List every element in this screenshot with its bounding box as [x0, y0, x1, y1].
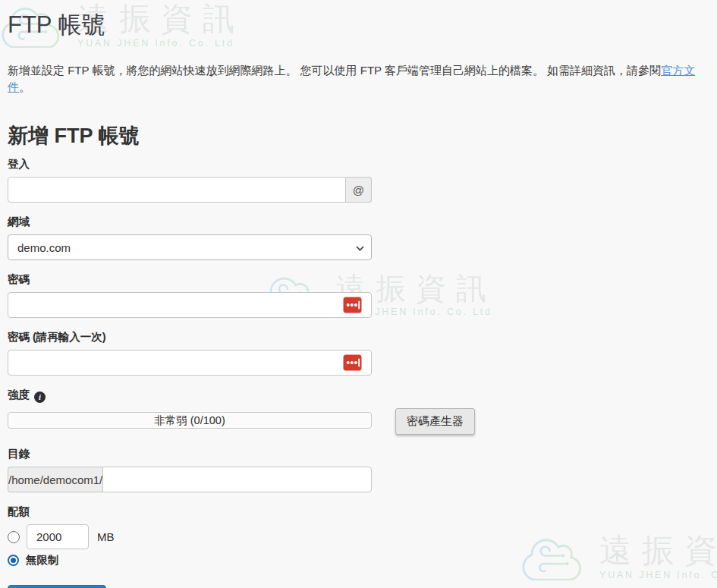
login-group: 登入 @ [8, 157, 372, 203]
strength-meter: 非常弱 (0/100) [8, 412, 372, 429]
domain-selected-value: demo.com [17, 241, 71, 254]
quota-limited-row: MB [8, 524, 372, 549]
login-label: 登入 [8, 157, 372, 171]
strength-group: 強度i 非常弱 (0/100) 密碼產生器 [8, 388, 478, 435]
strength-label: 強度i [8, 388, 478, 403]
create-ftp-account-button[interactable]: 建立 FTP 帳號 [8, 585, 106, 588]
password-confirm-label: 密碼 (請再輸入一次) [8, 330, 372, 344]
domain-label: 網域 [8, 215, 372, 229]
info-icon[interactable]: i [34, 391, 46, 403]
password-label: 密碼 [8, 272, 372, 287]
quota-unlimited-label: 無限制 [26, 553, 59, 568]
password-manager-icon[interactable] [343, 354, 362, 371]
description-text-end: 。 [19, 80, 30, 93]
main-content: FTP 帳號 新增並設定 FTP 帳號，將您的網站快速放到網際網路上。 您可以使… [0, 0, 717, 588]
at-sign-addon: @ [346, 177, 372, 203]
directory-prefix-addon: /home/democom1/ [8, 467, 102, 492]
chevron-down-icon [356, 246, 364, 251]
domain-select[interactable]: demo.com [8, 234, 372, 260]
submit-group: 建立 FTP 帳號 [8, 585, 709, 588]
quota-unlimited-radio[interactable] [8, 555, 19, 566]
quota-value-input[interactable] [27, 524, 89, 549]
domain-group: 網域 demo.com [8, 215, 372, 260]
directory-group: 目錄 /home/democom1/ [8, 447, 372, 492]
password-confirm-group: 密碼 (請再輸入一次) [8, 330, 372, 376]
password-generator-button[interactable]: 密碼產生器 [395, 408, 475, 435]
quota-group: 配額 MB 無限制 [8, 505, 372, 568]
password-confirm-input[interactable] [8, 350, 372, 376]
login-input[interactable] [8, 177, 346, 203]
page-title: FTP 帳號 [8, 9, 709, 41]
password-group: 密碼 [8, 272, 372, 318]
quota-label: 配額 [8, 505, 372, 519]
strength-meter-text: 非常弱 (0/100) [154, 413, 225, 428]
description-text: 新增並設定 FTP 帳號，將您的網站快速放到網際網路上。 您可以使用 FTP 客… [8, 64, 661, 77]
directory-input[interactable] [102, 467, 372, 492]
quota-unit-label: MB [97, 530, 115, 543]
quota-unlimited-row: 無限制 [8, 553, 372, 568]
password-manager-icon[interactable] [343, 297, 362, 313]
password-input[interactable] [8, 292, 372, 318]
section-heading: 新增 FTP 帳號 [8, 122, 709, 149]
quota-limited-radio[interactable] [8, 531, 20, 543]
directory-label: 目錄 [8, 447, 372, 461]
page-description: 新增並設定 FTP 帳號，將您的網站快速放到網際網路上。 您可以使用 FTP 客… [8, 62, 709, 96]
strength-label-text: 強度 [8, 388, 30, 401]
